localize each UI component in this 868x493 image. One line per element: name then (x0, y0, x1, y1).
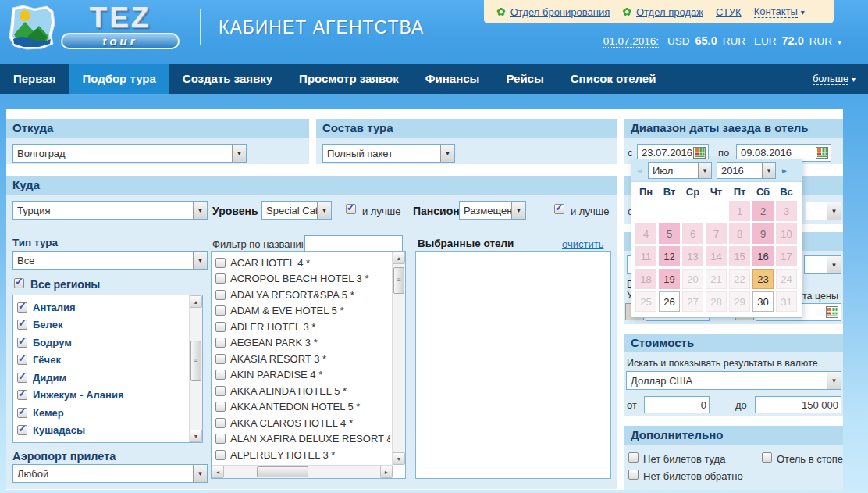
scrollbar-thumb[interactable]: ≡ (190, 341, 201, 381)
calendar-day[interactable]: 12 (659, 246, 680, 266)
destination-select[interactable]: Турция ▼ (12, 201, 208, 220)
clear-selected-hotels-link[interactable]: очистить (562, 238, 603, 250)
nav-item-tour-search[interactable]: Подбор тура (69, 64, 169, 94)
hotel-item[interactable]: ADLER HOTEL 3 * (215, 319, 390, 335)
calendar-day[interactable]: 6 (682, 223, 703, 244)
next-month-button[interactable]: ► (781, 166, 788, 175)
selected-hotels-box[interactable] (415, 251, 611, 479)
calendar-day-selected[interactable]: 23 (752, 269, 774, 289)
level-select[interactable]: Special Cat. ▼ (261, 201, 332, 220)
from-city-select[interactable]: Волгоград ▼ (12, 144, 247, 163)
region-checkbox[interactable]: ✓ (17, 425, 27, 435)
contacts-menu[interactable]: Контакты (754, 5, 798, 18)
hotel-stop-checkbox[interactable] (762, 452, 772, 463)
stuk-link[interactable]: СТУК (716, 6, 742, 18)
hotel-checkbox[interactable] (215, 273, 226, 284)
all-regions-checkbox[interactable]: ✓ (14, 278, 24, 288)
tour-type-select[interactable]: Все ▼ (12, 251, 208, 270)
region-checkbox[interactable]: ✓ (17, 302, 27, 313)
region-checkbox[interactable]: ✓ (17, 355, 27, 365)
calendar-icon[interactable] (816, 147, 828, 159)
month-select[interactable]: Июл ▼ (648, 162, 712, 179)
region-item[interactable]: ✓Дидим (17, 369, 187, 387)
hotel-item[interactable]: AKKA ANTEDON HOTEL 5 * (215, 399, 390, 416)
calendar-day[interactable]: 26 (659, 291, 680, 312)
calendar-day[interactable]: 24 (776, 269, 797, 289)
region-checkbox[interactable]: ✓ (17, 390, 27, 400)
no-tickets-back-checkbox[interactable] (628, 470, 639, 480)
region-checkbox[interactable]: ✓ (17, 373, 27, 383)
nav-more-menu[interactable]: больше ▾ (813, 64, 856, 94)
year-select[interactable]: 2016 ▼ (717, 162, 776, 179)
hotel-item[interactable]: ACAR HOTEL 4 * (215, 255, 390, 271)
region-item[interactable]: ✓Анталия (17, 298, 187, 316)
calendar-day[interactable]: 25 (635, 291, 656, 312)
calendar-day[interactable]: 20 (682, 269, 703, 289)
price-to-input[interactable]: 150 000 (755, 396, 841, 413)
rates-date[interactable]: 01.07.2016: (603, 35, 659, 48)
pansion-and-better-checkbox[interactable]: ✓ (554, 204, 564, 214)
calendar-day[interactable]: 29 (729, 291, 750, 312)
nav-item-home[interactable]: Первая (0, 64, 69, 94)
calendar-day[interactable]: 27 (682, 291, 703, 312)
hotel-checkbox[interactable] (215, 434, 226, 444)
nav-item-finances[interactable]: Финансы (412, 64, 493, 94)
hotels-horizontal-scrollbar[interactable]: ◄ ► (212, 465, 393, 478)
no-tickets-to-checkbox[interactable] (628, 452, 639, 463)
calendar-day[interactable]: 5 (659, 223, 680, 244)
region-item-partial[interactable] (17, 439, 187, 443)
calendar-day[interactable]: 13 (682, 246, 703, 266)
calendar-day[interactable]: 10 (776, 223, 797, 244)
calendar-day[interactable]: 18 (635, 269, 656, 289)
calendar-day[interactable]: 7 (706, 223, 727, 244)
region-checkbox[interactable]: ✓ (17, 338, 27, 348)
pansion-select[interactable]: Размещени ▼ (459, 201, 526, 220)
calendar-day[interactable]: 31 (776, 291, 797, 312)
region-item[interactable]: ✓Инжекум - Алания (17, 387, 187, 405)
nav-item-hotel-list[interactable]: Список отелей (557, 64, 670, 94)
hotel-checkbox[interactable] (215, 290, 226, 300)
rates-chevron-down-icon[interactable]: ▾ (838, 38, 841, 46)
calendar-day[interactable]: 4 (635, 223, 656, 244)
nav-item-flights[interactable]: Рейсы (493, 64, 557, 94)
calendar-day[interactable]: 30 (752, 291, 774, 312)
hotel-checkbox[interactable] (215, 338, 226, 348)
scroll-up-button[interactable]: ▲ (393, 252, 405, 264)
nav-item-view-orders[interactable]: Просмотр заявок (286, 64, 412, 94)
sales-department-link[interactable]: Отдел продаж (636, 6, 703, 18)
calendar-day[interactable]: 22 (729, 269, 750, 289)
hotel-item[interactable]: AKKA CLAROS HOTEL 4 * (215, 415, 390, 431)
currency-select[interactable]: Доллар США ▼ (626, 371, 841, 390)
hotel-checkbox[interactable] (215, 418, 226, 428)
calendar-day[interactable]: 15 (729, 246, 750, 266)
calendar-day[interactable]: 9 (752, 223, 774, 244)
calendar-day[interactable]: 14 (706, 246, 727, 266)
calendar-day[interactable]: 11 (635, 246, 656, 266)
level-and-better-checkbox[interactable]: ✓ (346, 204, 356, 214)
nav-item-create-order[interactable]: Создать заявку (169, 64, 286, 94)
hotel-checkbox[interactable] (215, 354, 226, 364)
scrollbar-thumb[interactable]: ≡ (393, 267, 404, 294)
calendar-day[interactable]: 1 (729, 201, 750, 221)
region-item[interactable]: ✓Белек (17, 316, 187, 334)
calendar-icon[interactable] (693, 147, 706, 159)
hotel-checkbox[interactable] (215, 402, 226, 412)
hotel-filter-input[interactable] (304, 235, 403, 252)
region-checkbox[interactable]: ✓ (17, 408, 27, 418)
hotel-item[interactable]: ADALYA RESORT&SPA 5 * (215, 287, 390, 303)
tour-composition-select[interactable]: Полный пакет ▼ (322, 144, 455, 163)
hotel-checkbox[interactable] (215, 258, 226, 268)
hotel-item[interactable]: AKASIA RESORT 3 * (215, 351, 390, 367)
region-item[interactable]: ✓Гёчек (17, 352, 187, 370)
hotels-vertical-scrollbar[interactable]: ▲ ▼ ≡ (392, 252, 405, 465)
calendar-day[interactable]: 3 (776, 201, 797, 221)
hotel-item[interactable]: ADAM & EVE HOTEL 5 * (215, 303, 390, 320)
calendar-day[interactable]: 19 (659, 269, 680, 289)
hotel-item[interactable]: AKKA ALINDA HOTEL 5 * (215, 383, 390, 399)
calendar-day[interactable]: 21 (706, 269, 727, 289)
calendar-day[interactable]: 17 (776, 246, 797, 266)
scroll-down-button[interactable]: ▼ (393, 452, 405, 465)
calendar-day[interactable]: 28 (706, 291, 727, 312)
hotel-checkbox[interactable] (215, 386, 226, 396)
region-item[interactable]: ✓Кушадасы (17, 422, 187, 440)
